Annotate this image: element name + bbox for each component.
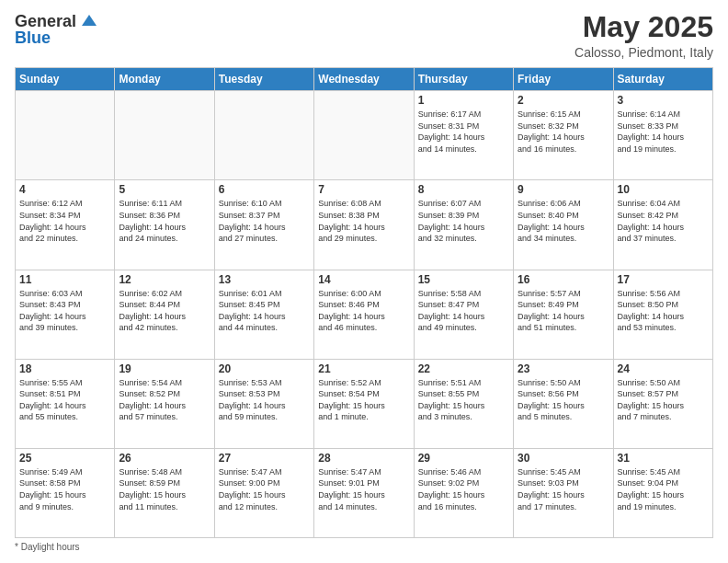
day-info: Sunrise: 6:00 AM Sunset: 8:46 PM Dayligh… — [318, 288, 409, 334]
calendar-cell: 9Sunrise: 6:06 AM Sunset: 8:40 PM Daylig… — [514, 180, 613, 270]
header: General Blue May 2025 Calosso, Piedmont,… — [15, 11, 713, 60]
day-info: Sunrise: 6:07 AM Sunset: 8:39 PM Dayligh… — [418, 198, 509, 244]
calendar-cell: 11Sunrise: 6:03 AM Sunset: 8:43 PM Dayli… — [16, 270, 115, 359]
weekday-header-saturday: Saturday — [613, 68, 712, 91]
day-number: 15 — [418, 273, 509, 286]
day-info: Sunrise: 5:46 AM Sunset: 9:02 PM Dayligh… — [418, 466, 509, 512]
weekday-header-tuesday: Tuesday — [214, 68, 313, 91]
footer-note: * Daylight hours — [15, 542, 713, 552]
day-info: Sunrise: 6:10 AM Sunset: 8:37 PM Dayligh… — [219, 198, 310, 244]
day-info: Sunrise: 5:54 AM Sunset: 8:52 PM Dayligh… — [119, 377, 210, 423]
day-number: 7 — [318, 183, 409, 196]
day-number: 29 — [418, 452, 509, 465]
weekday-header-monday: Monday — [115, 68, 214, 91]
day-info: Sunrise: 5:52 AM Sunset: 8:54 PM Dayligh… — [318, 377, 409, 423]
day-info: Sunrise: 6:06 AM Sunset: 8:40 PM Dayligh… — [518, 198, 609, 244]
weekday-header-sunday: Sunday — [16, 68, 115, 91]
calendar-cell: 20Sunrise: 5:53 AM Sunset: 8:53 PM Dayli… — [214, 359, 313, 448]
calendar-cell: 16Sunrise: 5:57 AM Sunset: 8:49 PM Dayli… — [514, 270, 613, 359]
day-info: Sunrise: 6:08 AM Sunset: 8:38 PM Dayligh… — [318, 198, 409, 244]
day-number: 22 — [418, 362, 509, 375]
logo-icon — [78, 11, 100, 33]
day-info: Sunrise: 6:11 AM Sunset: 8:36 PM Dayligh… — [119, 198, 210, 244]
calendar-cell: 21Sunrise: 5:52 AM Sunset: 8:54 PM Dayli… — [314, 359, 414, 448]
calendar-cell: 30Sunrise: 5:45 AM Sunset: 9:03 PM Dayli… — [514, 448, 613, 537]
day-info: Sunrise: 5:50 AM Sunset: 8:57 PM Dayligh… — [618, 377, 709, 423]
day-number: 19 — [119, 362, 210, 375]
day-number: 16 — [518, 273, 609, 286]
calendar-cell: 23Sunrise: 5:50 AM Sunset: 8:56 PM Dayli… — [514, 359, 613, 448]
calendar-cell: 28Sunrise: 5:47 AM Sunset: 9:01 PM Dayli… — [314, 448, 414, 537]
calendar-cell: 15Sunrise: 5:58 AM Sunset: 8:47 PM Dayli… — [414, 270, 513, 359]
weekday-header-thursday: Thursday — [414, 68, 513, 91]
day-number: 11 — [19, 273, 110, 286]
day-info: Sunrise: 6:01 AM Sunset: 8:45 PM Dayligh… — [219, 288, 310, 334]
calendar-cell: 22Sunrise: 5:51 AM Sunset: 8:55 PM Dayli… — [414, 359, 513, 448]
calendar-cell: 7Sunrise: 6:08 AM Sunset: 8:38 PM Daylig… — [314, 180, 414, 270]
footer-text: Daylight hours — [21, 542, 80, 552]
day-info: Sunrise: 6:12 AM Sunset: 8:34 PM Dayligh… — [19, 198, 110, 244]
day-number: 6 — [219, 183, 310, 196]
day-number: 24 — [618, 362, 709, 375]
day-number: 30 — [518, 452, 609, 465]
day-info: Sunrise: 5:55 AM Sunset: 8:51 PM Dayligh… — [19, 377, 110, 423]
day-number: 28 — [318, 452, 409, 465]
calendar-cell: 26Sunrise: 5:48 AM Sunset: 8:59 PM Dayli… — [115, 448, 214, 537]
calendar-cell: 2Sunrise: 6:15 AM Sunset: 8:32 PM Daylig… — [514, 91, 613, 180]
day-info: Sunrise: 5:45 AM Sunset: 9:03 PM Dayligh… — [518, 466, 609, 512]
day-info: Sunrise: 5:47 AM Sunset: 9:00 PM Dayligh… — [219, 466, 310, 512]
calendar-cell — [314, 91, 414, 180]
day-number: 1 — [418, 94, 509, 107]
calendar-week-5: 25Sunrise: 5:49 AM Sunset: 8:58 PM Dayli… — [16, 448, 713, 537]
day-number: 2 — [518, 94, 609, 107]
day-info: Sunrise: 6:04 AM Sunset: 8:42 PM Dayligh… — [618, 198, 709, 244]
calendar-cell: 31Sunrise: 5:45 AM Sunset: 9:04 PM Dayli… — [613, 448, 712, 537]
page: General Blue May 2025 Calosso, Piedmont,… — [0, 0, 728, 563]
day-number: 20 — [219, 362, 310, 375]
calendar-cell: 24Sunrise: 5:50 AM Sunset: 8:57 PM Dayli… — [613, 359, 712, 448]
calendar-cell: 25Sunrise: 5:49 AM Sunset: 8:58 PM Dayli… — [16, 448, 115, 537]
day-info: Sunrise: 6:02 AM Sunset: 8:44 PM Dayligh… — [119, 288, 210, 334]
calendar-cell: 3Sunrise: 6:14 AM Sunset: 8:33 PM Daylig… — [613, 91, 712, 180]
day-info: Sunrise: 5:48 AM Sunset: 8:59 PM Dayligh… — [119, 466, 210, 512]
day-number: 25 — [19, 452, 110, 465]
day-info: Sunrise: 5:57 AM Sunset: 8:49 PM Dayligh… — [518, 288, 609, 334]
calendar-week-1: 1Sunrise: 6:17 AM Sunset: 8:31 PM Daylig… — [16, 91, 713, 180]
calendar-cell: 14Sunrise: 6:00 AM Sunset: 8:46 PM Dayli… — [314, 270, 414, 359]
calendar-cell: 1Sunrise: 6:17 AM Sunset: 8:31 PM Daylig… — [414, 91, 513, 180]
calendar-cell: 29Sunrise: 5:46 AM Sunset: 9:02 PM Dayli… — [414, 448, 513, 537]
day-number: 9 — [518, 183, 609, 196]
calendar-cell: 8Sunrise: 6:07 AM Sunset: 8:39 PM Daylig… — [414, 180, 513, 270]
day-number: 8 — [418, 183, 509, 196]
calendar-cell: 18Sunrise: 5:55 AM Sunset: 8:51 PM Dayli… — [16, 359, 115, 448]
calendar-cell: 5Sunrise: 6:11 AM Sunset: 8:36 PM Daylig… — [115, 180, 214, 270]
day-info: Sunrise: 5:45 AM Sunset: 9:04 PM Dayligh… — [618, 466, 709, 512]
day-number: 17 — [618, 273, 709, 286]
calendar-cell: 13Sunrise: 6:01 AM Sunset: 8:45 PM Dayli… — [214, 270, 313, 359]
calendar-cell: 4Sunrise: 6:12 AM Sunset: 8:34 PM Daylig… — [16, 180, 115, 270]
calendar-week-3: 11Sunrise: 6:03 AM Sunset: 8:43 PM Dayli… — [16, 270, 713, 359]
day-number: 13 — [219, 273, 310, 286]
calendar-cell: 6Sunrise: 6:10 AM Sunset: 8:37 PM Daylig… — [214, 180, 313, 270]
calendar-cell — [16, 91, 115, 180]
day-info: Sunrise: 5:49 AM Sunset: 8:58 PM Dayligh… — [19, 466, 110, 512]
calendar-cell: 17Sunrise: 5:56 AM Sunset: 8:50 PM Dayli… — [613, 270, 712, 359]
day-info: Sunrise: 6:17 AM Sunset: 8:31 PM Dayligh… — [418, 109, 509, 155]
day-number: 14 — [318, 273, 409, 286]
logo: General Blue — [15, 11, 100, 48]
day-number: 3 — [618, 94, 709, 107]
day-info: Sunrise: 5:56 AM Sunset: 8:50 PM Dayligh… — [618, 288, 709, 334]
day-info: Sunrise: 5:50 AM Sunset: 8:56 PM Dayligh… — [518, 377, 609, 423]
month-title: May 2025 — [574, 11, 713, 43]
day-number: 12 — [119, 273, 210, 286]
day-number: 21 — [318, 362, 409, 375]
day-number: 5 — [119, 183, 210, 196]
day-info: Sunrise: 5:51 AM Sunset: 8:55 PM Dayligh… — [418, 377, 509, 423]
day-info: Sunrise: 5:47 AM Sunset: 9:01 PM Dayligh… — [318, 466, 409, 512]
day-number: 10 — [618, 183, 709, 196]
day-number: 31 — [618, 452, 709, 465]
day-number: 4 — [19, 183, 110, 196]
weekday-header-friday: Friday — [514, 68, 613, 91]
calendar-cell: 10Sunrise: 6:04 AM Sunset: 8:42 PM Dayli… — [613, 180, 712, 270]
calendar-cell — [214, 91, 313, 180]
